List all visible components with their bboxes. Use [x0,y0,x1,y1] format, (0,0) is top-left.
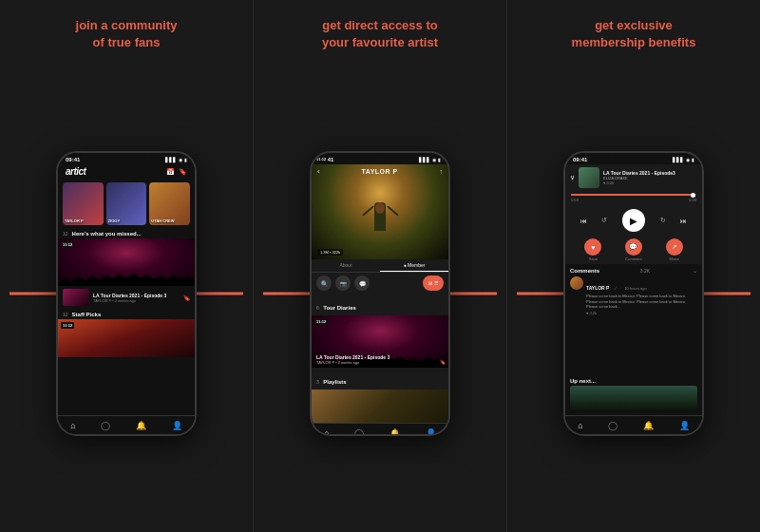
tour-overlay: LA Tour Diaries 2021 - Episode 3 TAYLOR … [316,354,390,365]
phone-3: 09:41 ▋▋▋ ◉ ▮ ∨ LA Tour Diaries 2021 - E… [563,151,704,436]
video-artist-1: TAYLOR P [93,298,111,303]
artist-label-1: ZIGGY [108,218,120,223]
phone-2-tabs: About ● Member [312,259,448,273]
nav-search-2[interactable]: ◯ [354,428,364,436]
action-comment[interactable]: 💬 Comment [625,238,642,261]
camera-icon-2: 📷 [340,280,347,287]
playlist-title: Playlists [323,379,346,385]
artist-card-2[interactable]: UTAH CREW [149,182,190,225]
video-sub-1: TAYLOR P • 2 weeks ago [93,298,180,303]
comment-label: Comment [625,256,641,261]
phone-1-video-row[interactable]: LA Tour Diaries 2021 - Episode 3 TAYLOR … [58,286,195,309]
tab-member[interactable]: ● Member [380,259,448,272]
artist-label-2: UTAH CREW [151,218,174,223]
up-next-thumb[interactable] [570,386,697,412]
nav-home-3[interactable]: ⌂ [578,421,582,430]
expand-icon[interactable]: ⌄ [693,267,697,274]
battery-icon: ▮ [184,157,187,162]
mini-player-info: LA Tour Diaries 2021 - Episode3 ELIZA DR… [603,170,697,185]
phone-1-time: 09:41 [66,157,80,162]
nav-profile-2[interactable]: 👤 [426,428,436,436]
tab-about[interactable]: About [312,259,380,272]
timestamp-1: 11:12 [61,241,74,248]
phone-3-mini-player[interactable]: ∨ LA Tour Diaries 2021 - Episode3 ELIZA … [565,164,702,191]
chevron-down-icon[interactable]: ∨ [570,174,575,181]
video-bookmark-1[interactable]: 🔖 [183,294,190,301]
phone-3-comments: Comments 3.2K ⌄ TAYLOR P ✓ 10 hours ago … [565,264,702,375]
calendar-icon[interactable]: 📅 [166,168,175,176]
action-save[interactable]: ♥ Save [584,238,601,261]
nav-home-1[interactable]: ⌂ [70,421,75,430]
phone-2-wrapper: 09:41 ▋▋▋ ◉ ▮ [263,65,497,522]
timestamp-2: 11:12 [61,322,74,329]
section-1-num: 12 [63,231,68,237]
nav-search-3[interactable]: ◯ [608,421,618,430]
artist-card-1[interactable]: ZIGGY [106,182,147,225]
section-2-title: Staff Picks [72,312,102,317]
action-search-2[interactable]: 🔍 [316,276,332,291]
phone-3-up-next: Up next... [565,375,702,415]
artist-label-0: TAYLOR P [65,218,84,223]
mini-player-likes: 3.2k [607,180,615,185]
phone-2-section-1-header: 6 Tour Diaries [312,294,448,315]
battery-icon-2: ▮ [438,157,441,162]
phone-3-actions: ♥ Save 💬 Comment ↗ Share [565,236,702,264]
forward-icon[interactable]: ↻ [660,217,666,224]
phone-1-logo-bar: artict 📅 🔖 [58,164,195,180]
chat-icon-2: 💬 [359,280,366,287]
phone-2-section-2-header: 3 Playlists [312,368,448,390]
nav-search-1[interactable]: ◯ [101,421,110,430]
action-camera-2[interactable]: 📷 [335,276,351,291]
save-icon: ♥ [584,238,601,256]
tour-time: 2 weeks ago [338,360,359,365]
follower-count: 1.3M [320,250,329,255]
skip-forward-icon[interactable]: ⏭ [680,218,687,224]
wifi-icon: ◉ [179,157,182,162]
phone-2-status-icons: ▋▋▋ ◉ ▮ [419,157,441,162]
view-toggle[interactable]: ⊞ ☰ [423,276,444,291]
phone-3-progress: 5:59 6:00 [565,191,702,205]
comments-header: Comments 3.2K ⌄ [570,267,697,274]
time-current: 5:59 [571,198,579,202]
skip-back-icon[interactable]: ⏮ [580,218,587,224]
comment-avatar-0 [570,276,583,290]
wifi-icon-2: ◉ [432,157,436,162]
phone-1-concert-image: 11:12 [58,238,195,286]
phone-3-time: 09:41 [573,157,587,162]
back-button-2[interactable]: ‹ [317,167,320,176]
tour-artist: TAYLOR P [316,360,334,365]
nav-home-2[interactable]: ⌂ [324,428,329,436]
nav-profile-3[interactable]: 👤 [679,421,690,430]
nav-bell-1[interactable]: 🔔 [136,421,146,430]
rewind-icon[interactable]: ↺ [601,217,607,224]
progress-bar[interactable] [571,194,696,196]
action-chat-2[interactable]: 💬 [354,276,370,291]
phone-1-nav: ⌂ ◯ 🔔 👤 [58,415,195,434]
likes-count-0: 3.2k [590,311,598,315]
phone-1: 09:41 ▋▋▋ ◉ ▮ artict 📅 🔖 TAYLOR P [56,151,197,436]
panel-community: join a community of true fans 09:41 ▋▋▋ … [0,0,254,532]
share-label: Share [669,256,679,261]
bookmark-icon[interactable]: 🔖 [179,168,187,176]
video-thumb-1 [63,289,89,306]
action-share[interactable]: ↗ Share [666,238,683,261]
nav-profile-1[interactable]: 👤 [172,421,182,430]
artist-card-0[interactable]: TAYLOR P [63,182,104,225]
grid-icon: ⊞ [428,280,432,286]
phone-3-status-icons: ▋▋▋ ◉ ▮ [673,157,694,162]
list-icon: ☰ [434,280,438,286]
comments-count: 3.2K [640,268,650,274]
phone-2-nav: ⌂ ◯ 🔔 👤 [312,423,448,436]
timestamp-3: 11:12 [314,318,328,325]
share-icon-2[interactable]: ↑ [440,168,444,175]
progress-dot [691,193,695,198]
mini-player-sub: ♥ 3.2k [603,180,697,185]
tour-bookmark[interactable]: 🔖 [440,359,446,365]
phone-1-section-2-header: 12 Staff Picks [58,309,195,319]
nav-bell-2[interactable]: 🔔 [390,428,400,436]
play-button[interactable]: ▶ [622,209,645,232]
search-icon-2: 🔍 [321,280,328,287]
app-logo: artict [66,166,86,177]
section-1-title: Here's what you missed... [72,231,142,237]
nav-bell-3[interactable]: 🔔 [643,421,654,430]
